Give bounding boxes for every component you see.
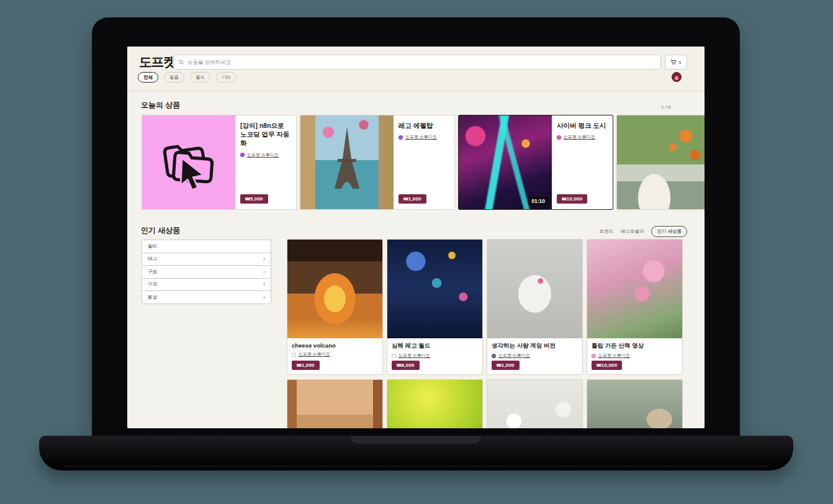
price-badge: ₩10,000 <box>592 361 622 370</box>
studio-link[interactable]: 도프켓 스튜디오 <box>564 134 595 140</box>
today-card-balcony-garden[interactable] <box>616 115 705 210</box>
product-image-white-bokeh <box>487 380 582 428</box>
chevron-right-icon: › <box>263 294 265 300</box>
today-card-n8n[interactable]: [강의] n8n으로 노코딩 업무 자동화 도프켓 스튜디오 ₩5,000 <box>142 115 297 210</box>
cart-count-badge: 1 <box>678 60 681 65</box>
chevron-right-icon: › <box>263 281 265 287</box>
studio-link[interactable]: 도프켓 스튜디오 <box>405 134 437 140</box>
studio-link[interactable]: 도프켓 스튜디오 <box>498 353 530 359</box>
product-card-tulip-garden[interactable]: 튤립 가든 산책 영상 도프켓 스튜디오 ₩10,000 <box>587 239 683 375</box>
category-chip-row: 전체 필름 월드 기타 <box>138 72 236 83</box>
product-image-paris-eiffel <box>300 115 394 209</box>
search-input[interactable] <box>187 59 655 65</box>
filter-item-label: 구성 <box>148 269 157 275</box>
studio-row[interactable]: 도프켓 스튜디오 <box>398 134 449 140</box>
studio-dot <box>398 135 403 140</box>
today-card-eiffel[interactable]: 레고 에펠탑 도프켓 스튜디오 ₩1,000 <box>300 115 455 210</box>
laptop-base-notch <box>351 436 481 444</box>
popular-section-title: 인기 새상품 <box>141 225 180 236</box>
studio-link[interactable]: 도프켓 스튜디오 <box>598 353 630 359</box>
studio-row[interactable]: 도프켓 스튜디오 <box>557 134 608 140</box>
popular-tab-row: 트렌드 베스트셀러 인기 새상품 <box>605 226 687 236</box>
product-card-deep-sea-lego[interactable]: 심해 레고 월드 도프켓 스튜디오 ₩8,000 <box>387 239 483 375</box>
studio-dot <box>557 135 561 140</box>
price-badge: ₩1,000 <box>398 194 426 204</box>
today-carousel: [강의] n8n으로 노코딩 업무 자동화 도프켓 스튜디오 ₩5,000 <box>142 115 705 211</box>
studio-link[interactable]: 도프켓 스튜디오 <box>299 351 330 358</box>
filter-header-label: 필터 <box>148 243 157 250</box>
product-card-orange-room[interactable] <box>287 379 383 428</box>
product-title: 레고 에펠탑 <box>398 121 449 130</box>
user-avatar[interactable] <box>672 72 682 82</box>
product-title: 튤립 가든 산책 영상 <box>592 342 678 350</box>
website-screen: 도프켓 1 전체 <box>127 47 705 428</box>
product-image-tulip-garden <box>587 240 682 338</box>
filter-item-label: 태그 <box>148 256 157 262</box>
tab-popular-new[interactable]: 인기 새상품 <box>651 226 687 237</box>
tab-trend[interactable]: 트렌드 <box>599 228 613 235</box>
studio-row[interactable]: 도프켓 스튜디오 <box>392 353 478 359</box>
today-card-cyberpunk[interactable]: 01:10 사이버 펑크 도시 도프켓 스튜디오 ₩10,000 <box>458 115 613 210</box>
studio-row[interactable]: 도프켓 스튜디오 <box>292 351 378 358</box>
product-card-cheese-volcano[interactable]: cheese volcano 도프켓 스튜디오 ₩1,000 <box>287 239 383 375</box>
cart-icon <box>670 59 677 65</box>
product-title: 사이버 펑크 도시 <box>557 121 608 130</box>
search-icon <box>179 60 184 65</box>
studio-row[interactable]: 도프켓 스튜디오 <box>240 152 291 158</box>
studio-dot <box>240 153 245 157</box>
studio-link[interactable]: 도프켓 스튜디오 <box>398 353 430 359</box>
filter-item-label: 평점 <box>148 294 157 300</box>
product-image-yellow-green-abstract <box>387 380 482 428</box>
chip-film[interactable]: 필름 <box>164 72 184 83</box>
filter-item-price[interactable]: 가격 › <box>142 278 271 292</box>
filter-item-composition[interactable]: 구성 › <box>142 265 271 279</box>
studio-link[interactable]: 도프켓 스튜디오 <box>247 152 279 158</box>
studio-row[interactable]: 도프켓 스튜디오 <box>592 353 678 359</box>
tab-bestseller[interactable]: 베스트셀러 <box>621 228 644 235</box>
price-badge: ₩5,000 <box>240 194 268 204</box>
cart-button[interactable]: 1 <box>665 55 687 70</box>
chip-world[interactable]: 월드 <box>190 72 210 83</box>
filter-header: 필터 <box>142 240 271 253</box>
filter-item-tag[interactable]: 태그 › <box>142 253 271 266</box>
studio-row[interactable]: 도프켓 스튜디오 <box>492 353 578 359</box>
chip-etc[interactable]: 기타 <box>216 72 236 83</box>
site-logo[interactable]: 도프켓 <box>139 53 176 71</box>
product-image-orange-room <box>287 380 382 428</box>
studio-dot <box>592 354 596 358</box>
product-image-pink-folder-cursor <box>142 115 235 209</box>
site-header: 도프켓 1 전체 <box>127 47 705 91</box>
product-info: 생각하는 사람 게임 버전 도프켓 스튜디오 ₩1,000 <box>487 338 582 374</box>
product-title: cheese volcano <box>292 342 378 349</box>
product-title: 심해 레고 월드 <box>392 342 478 350</box>
product-info: cheese volcano 도프켓 스튜디오 ₩1,000 <box>287 338 382 374</box>
price-badge: ₩1,000 <box>492 361 520 370</box>
product-info: 튤립 가든 산책 영상 도프켓 스튜디오 ₩10,000 <box>587 338 682 374</box>
chip-all[interactable]: 전체 <box>138 72 158 83</box>
product-card-bird-sculpture[interactable] <box>587 379 683 428</box>
product-image-thinker-sculpture <box>487 240 582 338</box>
today-section-title: 오늘의 상품 <box>141 100 180 110</box>
video-duration-badge: 01:10 <box>528 197 548 205</box>
laptop-base <box>39 436 793 470</box>
product-info: 심해 레고 월드 도프켓 스튜디오 ₩8,000 <box>387 338 482 374</box>
folder-cursor-illustration-icon <box>155 128 223 197</box>
popular-product-grid: cheese volcano 도프켓 스튜디오 ₩1,000 심해 레고 월드 <box>287 239 690 428</box>
product-image-cheese-volcano <box>287 240 382 338</box>
laptop-bezel: 도프켓 1 전체 <box>92 17 740 437</box>
laptop-base-edge <box>64 466 768 467</box>
product-card-yellow-green[interactable] <box>387 379 483 428</box>
studio-dot <box>292 353 296 357</box>
product-card-thinker-game[interactable]: 생각하는 사람 게임 버전 도프켓 스튜디오 ₩1,000 <box>487 239 583 375</box>
today-carousel-pagination: 1 / 8 <box>661 104 671 110</box>
chevron-right-icon: › <box>263 269 265 275</box>
product-card-bokeh[interactable] <box>487 379 583 428</box>
product-image-bird-sculpture <box>587 380 682 428</box>
price-badge: ₩1,000 <box>292 361 320 370</box>
filter-item-label: 가격 <box>148 281 157 287</box>
search-bar[interactable] <box>173 55 661 70</box>
filter-item-rating[interactable]: 평점 › <box>142 290 271 304</box>
product-title: [강의] n8n으로 노코딩 업무 자동화 <box>240 121 291 148</box>
product-image-cyberpunk-city: 01:10 <box>459 115 552 209</box>
eiffel-tower-illustration-icon <box>300 115 394 210</box>
